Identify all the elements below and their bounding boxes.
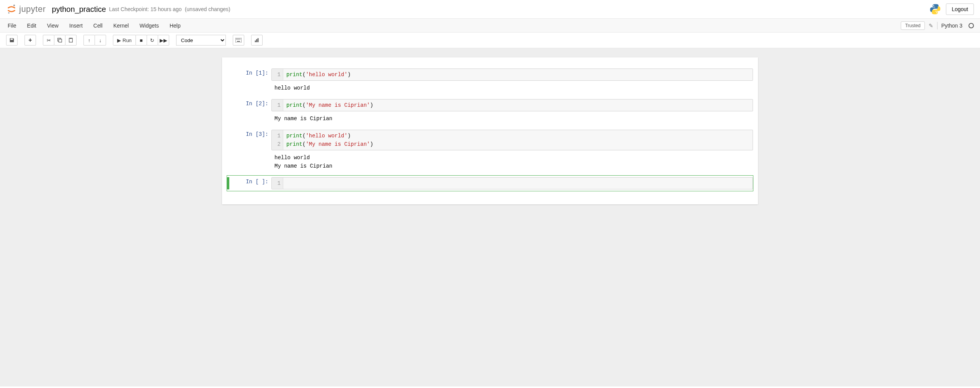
code-input[interactable]: 1print('My name is Ciprian') — [271, 99, 753, 111]
copy-button[interactable] — [54, 35, 65, 46]
svg-point-3 — [936, 12, 938, 13]
menu-insert[interactable]: Insert — [69, 23, 83, 29]
cut-icon: ✂ — [47, 37, 51, 43]
code-cell[interactable]: In [ ]:1 — [227, 175, 753, 191]
checkpoint-status: Last Checkpoint: 15 hours ago — [109, 6, 182, 12]
code-cell[interactable]: In [3]:12print('hello world') print('My … — [227, 128, 753, 174]
plus-icon: + — [28, 37, 32, 44]
svg-rect-13 — [237, 41, 240, 42]
arrow-up-icon: ↑ — [88, 37, 91, 43]
line-gutter: 12 — [272, 130, 283, 150]
menu-widgets[interactable]: Widgets — [139, 23, 159, 29]
run-icon: ▶ — [117, 37, 121, 43]
svg-rect-7 — [70, 38, 72, 39]
input-prompt: In [3]: — [229, 130, 271, 150]
stop-icon: ■ — [140, 37, 143, 43]
svg-point-1 — [8, 12, 10, 14]
notebook-name[interactable]: python_practice — [52, 5, 106, 14]
toolbar: + ✂ ↑ ↓ ▶ Run ■ ↻ ▶▶ — [0, 33, 980, 48]
interrupt-button[interactable]: ■ — [136, 35, 147, 46]
svg-rect-8 — [235, 38, 242, 42]
move-up-button[interactable]: ↑ — [83, 35, 95, 46]
save-button[interactable] — [6, 35, 18, 46]
notebook-header: jupyter python_practice Last Checkpoint:… — [0, 0, 980, 19]
restart-button[interactable]: ↻ — [147, 35, 158, 46]
edit-icon[interactable]: ✎ — [929, 23, 933, 29]
code-cell[interactable]: In [2]:1print('My name is Ciprian')My na… — [227, 97, 753, 126]
code-cell[interactable]: In [1]:1print('hello world')hello world — [227, 67, 753, 96]
svg-rect-11 — [238, 39, 239, 39]
output-prompt — [229, 82, 271, 94]
input-prompt: In [ ]: — [229, 177, 271, 189]
chart-button[interactable] — [251, 35, 263, 46]
code-content[interactable] — [283, 178, 753, 189]
svg-rect-14 — [255, 41, 256, 42]
svg-rect-9 — [236, 39, 237, 39]
run-label: Run — [122, 37, 132, 43]
restart-run-all-button[interactable]: ▶▶ — [158, 35, 169, 46]
command-palette-button[interactable] — [233, 35, 244, 46]
paste-button[interactable] — [65, 35, 77, 46]
menu-kernel[interactable]: Kernel — [113, 23, 129, 29]
output-prompt — [229, 113, 271, 124]
output-prompt — [229, 152, 271, 172]
output-content: hello world My name is Ciprian — [271, 152, 753, 172]
svg-point-0 — [13, 5, 15, 6]
chart-icon — [254, 37, 260, 43]
keyboard-icon — [235, 38, 242, 42]
fast-forward-icon: ▶▶ — [160, 37, 167, 43]
menu-cell[interactable]: Cell — [93, 23, 103, 29]
input-prompt: In [1]: — [229, 68, 271, 81]
line-gutter: 1 — [272, 99, 283, 111]
svg-rect-10 — [237, 39, 238, 39]
kernel-indicator-icon[interactable] — [969, 23, 974, 28]
menubar: FileEditViewInsertCellKernelWidgetsHelp … — [0, 19, 980, 33]
python-icon — [929, 3, 941, 15]
code-input[interactable]: 12print('hello world') print('My name is… — [271, 130, 753, 150]
trusted-button[interactable]: Trusted — [901, 21, 924, 30]
separator — [937, 22, 938, 29]
cut-button[interactable]: ✂ — [43, 35, 54, 46]
menu-file[interactable]: File — [8, 23, 16, 29]
paste-icon — [68, 37, 74, 43]
menu-edit[interactable]: Edit — [27, 23, 36, 29]
jupyter-wordmark: jupyter — [19, 4, 46, 14]
arrow-down-icon: ↓ — [99, 37, 102, 43]
code-content[interactable]: print('My name is Ciprian') — [283, 99, 753, 111]
output-content: My name is Ciprian — [271, 113, 753, 124]
restart-icon: ↻ — [150, 37, 154, 43]
notebook-background: In [1]:1print('hello world')hello worldI… — [0, 48, 980, 386]
menu-help[interactable]: Help — [170, 23, 181, 29]
line-gutter: 1 — [272, 178, 283, 189]
save-icon — [9, 37, 15, 43]
logout-button[interactable]: Logout — [946, 3, 974, 15]
svg-rect-16 — [258, 38, 259, 42]
svg-rect-5 — [59, 39, 62, 42]
move-down-button[interactable]: ↓ — [95, 35, 106, 46]
autosave-status: (unsaved changes) — [185, 6, 230, 12]
code-content[interactable]: print('hello world') print('My name is C… — [283, 130, 753, 150]
jupyter-icon — [6, 4, 17, 15]
cell-type-select[interactable]: Code — [176, 35, 226, 46]
kernel-name[interactable]: Python 3 — [941, 23, 962, 29]
code-content[interactable]: print('hello world') — [283, 69, 753, 80]
notebook-container: In [1]:1print('hello world')hello worldI… — [222, 57, 758, 204]
insert-cell-button[interactable]: + — [24, 35, 36, 46]
output-content: hello world — [271, 82, 753, 94]
input-prompt: In [2]: — [229, 99, 271, 111]
svg-rect-15 — [256, 39, 257, 42]
jupyter-logo[interactable]: jupyter — [6, 4, 46, 15]
code-input[interactable]: 1 — [271, 177, 753, 189]
menu-view[interactable]: View — [47, 23, 59, 29]
copy-icon — [57, 37, 62, 43]
line-gutter: 1 — [272, 69, 283, 80]
code-input[interactable]: 1print('hello world') — [271, 68, 753, 81]
svg-rect-12 — [240, 39, 240, 39]
svg-point-2 — [933, 5, 934, 6]
run-button[interactable]: ▶ Run — [113, 35, 136, 46]
